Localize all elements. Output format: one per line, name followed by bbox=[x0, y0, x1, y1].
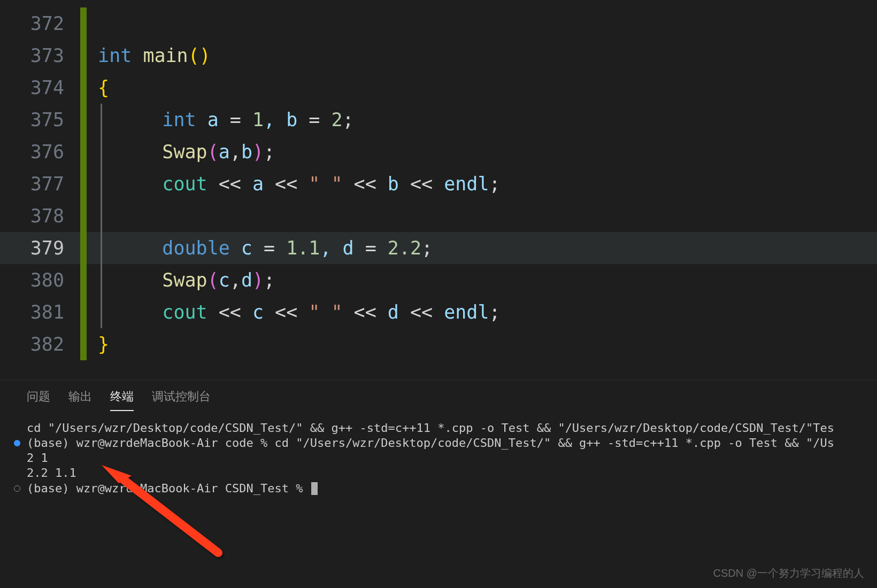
running-marker-icon bbox=[14, 440, 27, 446]
git-gutter-added bbox=[80, 296, 87, 328]
line-number: 372 bbox=[0, 13, 80, 34]
line-number: 381 bbox=[0, 301, 80, 323]
terminal-cursor bbox=[311, 482, 318, 495]
indent-guide bbox=[101, 232, 106, 264]
line-number: 380 bbox=[0, 269, 80, 291]
panel-tab-调试控制台[interactable]: 调试控制台 bbox=[152, 389, 211, 411]
idle-marker-icon bbox=[14, 485, 27, 492]
code-content[interactable]: Swap(c,d); bbox=[106, 269, 275, 291]
code-content[interactable]: cout << a << " " << b << endl; bbox=[106, 173, 501, 195]
code-line[interactable]: 372 bbox=[0, 7, 877, 40]
code-line[interactable]: 373 int main() bbox=[0, 40, 877, 72]
panel-tab-输出[interactable]: 输出 bbox=[68, 389, 92, 411]
terminal-text: 2 1 bbox=[27, 451, 48, 466]
terminal-text: (base) wzr@wzrdeMacBook-Air code % cd "/… bbox=[27, 436, 834, 451]
indent-guide bbox=[101, 200, 106, 232]
indent-guide bbox=[101, 136, 106, 168]
terminal-row: (base) wzr@wzrdeMacBook-Air CSDN_Test % bbox=[14, 481, 863, 496]
indent-guide bbox=[101, 296, 106, 328]
code-line[interactable]: 379 double c = 1.1, d = 2.2; bbox=[0, 232, 877, 264]
line-number: 382 bbox=[0, 334, 80, 355]
code-line[interactable]: 375 int a = 1, b = 2; bbox=[0, 104, 877, 136]
code-lines[interactable]: 372373 int main()374 {375 int a = 1, b =… bbox=[0, 0, 877, 360]
watermark: CSDN @一个努力学习编程的人 bbox=[713, 566, 864, 581]
indent-guide bbox=[101, 264, 106, 296]
code-content[interactable]: } bbox=[87, 334, 109, 355]
indent-guide bbox=[101, 168, 106, 200]
git-gutter-added bbox=[80, 136, 87, 168]
git-gutter-added bbox=[80, 232, 87, 264]
line-number: 377 bbox=[0, 173, 80, 195]
line-number: 378 bbox=[0, 205, 80, 227]
bottom-panel: 问题输出终端调试控制台 cd "/Users/wzr/Desktop/code/… bbox=[0, 380, 877, 588]
terminal-row: 2 1 bbox=[14, 451, 863, 466]
code-content[interactable]: { bbox=[87, 77, 109, 98]
code-content[interactable]: cout << c << " " << d << endl; bbox=[106, 301, 501, 323]
code-content[interactable]: int main() bbox=[87, 45, 211, 66]
git-gutter-added bbox=[80, 200, 87, 232]
panel-tab-终端[interactable]: 终端 bbox=[110, 389, 134, 411]
line-number: 379 bbox=[0, 237, 80, 259]
terminal-output[interactable]: cd "/Users/wzr/Desktop/code/CSDN_Test/" … bbox=[0, 411, 877, 500]
code-line[interactable]: 376 Swap(a,b); bbox=[0, 136, 877, 168]
line-number: 374 bbox=[0, 77, 80, 98]
line-number: 373 bbox=[0, 45, 80, 66]
terminal-text: cd "/Users/wzr/Desktop/code/CSDN_Test/" … bbox=[27, 421, 834, 436]
terminal-row: 2.2 1.1 bbox=[14, 466, 863, 481]
line-number: 375 bbox=[0, 109, 80, 130]
code-line[interactable]: 378 bbox=[0, 200, 877, 232]
git-gutter-added bbox=[80, 72, 87, 104]
terminal-text: (base) wzr@wzrdeMacBook-Air CSDN_Test % bbox=[27, 481, 310, 496]
git-gutter-added bbox=[80, 104, 87, 136]
code-line[interactable]: 374 { bbox=[0, 72, 877, 104]
line-number: 376 bbox=[0, 141, 80, 163]
terminal-row: (base) wzr@wzrdeMacBook-Air code % cd "/… bbox=[14, 436, 863, 451]
git-gutter-added bbox=[80, 264, 87, 296]
terminal-text: 2.2 1.1 bbox=[27, 466, 76, 481]
indent-guide bbox=[101, 104, 106, 136]
editor-area[interactable]: 372373 int main()374 {375 int a = 1, b =… bbox=[0, 0, 877, 380]
git-gutter-added bbox=[80, 168, 87, 200]
git-gutter-added bbox=[80, 328, 87, 360]
git-gutter-added bbox=[80, 40, 87, 72]
git-gutter-added bbox=[80, 7, 87, 40]
code-line[interactable]: 377 cout << a << " " << b << endl; bbox=[0, 168, 877, 200]
terminal-row: cd "/Users/wzr/Desktop/code/CSDN_Test/" … bbox=[14, 421, 863, 436]
code-line[interactable]: 382 } bbox=[0, 328, 877, 360]
code-content[interactable]: Swap(a,b); bbox=[106, 141, 275, 163]
code-line[interactable]: 381 cout << c << " " << d << endl; bbox=[0, 296, 877, 328]
panel-tab-问题[interactable]: 问题 bbox=[27, 389, 50, 411]
code-content[interactable]: double c = 1.1, d = 2.2; bbox=[106, 237, 433, 259]
panel-tabs: 问题输出终端调试控制台 bbox=[0, 380, 877, 411]
code-content[interactable]: int a = 1, b = 2; bbox=[106, 109, 354, 130]
code-line[interactable]: 380 Swap(c,d); bbox=[0, 264, 877, 296]
